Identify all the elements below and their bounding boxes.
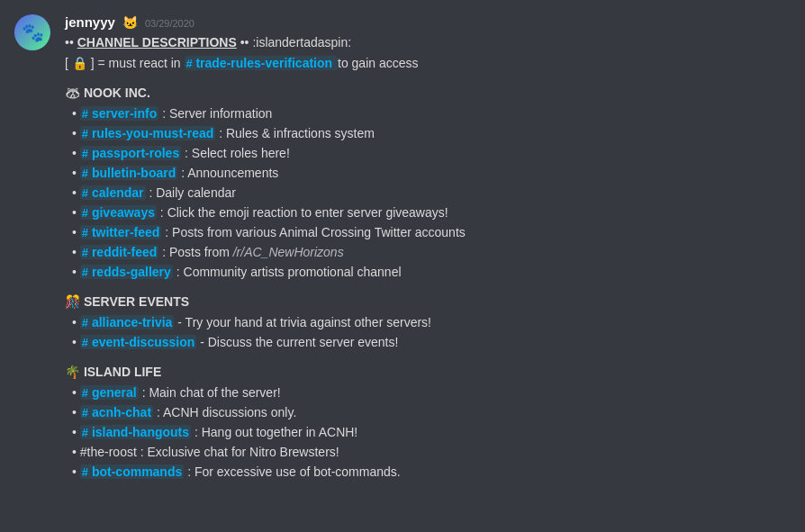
channel-island-hangouts[interactable]: # island-hangouts [80,425,191,439]
channel-redds-desc: : Community artists promotional channel [176,265,402,279]
channel-the-roost: #the-roost [80,445,137,459]
section-server-events-header: 🎊 SERVER EVENTS [65,293,791,311]
header-line: •• CHANNEL DESCRIPTIONS •• :islandertada… [65,33,791,52]
timestamp: 03/29/2020 [145,18,194,29]
section-nook-inc-header: 🦝 NOOK INC. [65,84,791,103]
server-events-channel-list: # alliance-trivia - Try your hand at tri… [65,313,791,352]
nook-inc-emoji: 🦝 [65,86,84,100]
list-item: #the-roost : Exclusive chat for Nitro Br… [65,443,791,462]
header-emoji: •• :islandertadaspin: [240,35,351,50]
list-item: # island-hangouts : Hang out together in… [65,423,791,442]
channel-acnh-chat[interactable]: # acnh-chat [80,405,153,419]
avatar: 🐾 [14,14,50,50]
list-item: # acnh-chat : ACNH discussions only. [65,403,791,422]
channel-alliance-trivia[interactable]: # alliance-trivia [80,315,175,329]
lock-bracket-close: ] [91,56,95,70]
channel-general[interactable]: # general [80,385,139,400]
server-events-emoji: 🎊 [65,294,84,309]
channel-reddit-desc: : Posts from /r/AC_NewHorizons [162,245,344,259]
channel-the-roost-desc: : Exclusive chat for Nitro Brewsters! [140,445,339,459]
channel-server-info[interactable]: # server-info [80,106,158,121]
channel-bulletin-desc: : Announcements [181,166,278,180]
island-life-channel-list: # general : Main chat of the server! # a… [65,383,791,482]
lock-bracket-open: [ [65,56,72,70]
channel-rules-desc: : Rules & infractions system [219,126,375,140]
list-item: # calendar : Daily calendar [65,184,791,203]
list-item: # server-info : Server information [65,104,791,123]
channel-acnh-desc: : ACNH discussions only. [157,405,296,419]
message-body: •• CHANNEL DESCRIPTIONS •• :islandertada… [65,33,791,482]
channel-alliance-desc: - Try your hand at trivia against other … [177,315,431,329]
channel-event-desc: - Discuss the current server events! [200,335,398,349]
channel-bulletin-board[interactable]: # bulletin-board [80,166,177,180]
channel-passport-roles[interactable]: # passport-roles [80,146,181,160]
channel-calendar[interactable]: # calendar [80,185,146,200]
lock-line: [ 🔒 ] = must react in # trade-rules-veri… [65,54,791,73]
lock-text: = must react in [97,56,184,70]
list-item: # bot-commands : For excessive use of bo… [65,463,791,482]
list-item: # passport-roles : Select roles here! [65,144,791,163]
channel-bot-commands-desc: : For excessive use of bot-commands. [187,464,401,479]
channel-twitter-feed[interactable]: # twitter-feed [80,225,162,239]
channel-twitter-desc: : Posts from various Animal Crossing Twi… [165,225,466,239]
list-item: # general : Main chat of the server! [65,383,791,402]
nook-inc-title: NOOK INC. [84,86,150,100]
list-item: # redds-gallery : Community artists prom… [65,263,791,282]
channel-general-desc: : Main chat of the server! [142,385,281,400]
user-badge: 🐱 [122,15,138,30]
channel-server-info-desc: : Server information [162,106,272,121]
island-life-title: ISLAND LIFE [84,365,161,379]
channel-rules-you-must-read[interactable]: # rules-you-must-read [80,126,215,140]
channel-event-discussion[interactable]: # event-discussion [80,335,197,349]
channel-giveaways[interactable]: # giveaways [80,205,157,220]
channel-redds-gallery[interactable]: # redds-gallery [80,265,173,279]
list-item: # rules-you-must-read : Rules & infracti… [65,124,791,143]
channel-calendar-desc: : Daily calendar [149,185,236,200]
island-life-emoji: 🌴 [65,365,84,379]
section-island-life-header: 🌴 ISLAND LIFE [65,363,791,382]
lock-emoji: 🔒 [72,56,87,70]
channel-island-hangouts-desc: : Hang out together in ACNH! [194,425,357,439]
bullet-dots: •• [65,35,77,50]
list-item: # twitter-feed : Posts from various Anim… [65,223,791,242]
message-header: jennyyy 🐱 03/29/2020 [65,14,791,30]
list-item: # bulletin-board : Announcements [65,164,791,183]
username: jennyyy [65,14,115,30]
channel-passport-desc: : Select roles here! [185,146,290,160]
channel-reddit-feed[interactable]: # reddit-feed [80,245,158,259]
channel-bot-commands[interactable]: # bot-commands [80,464,184,479]
message-container: 🐾 jennyyy 🐱 03/29/2020 •• CHANNEL DESCRI… [0,0,805,497]
list-item: # reddit-feed : Posts from /r/AC_NewHori… [65,243,791,262]
channel-descriptions-title: CHANNEL DESCRIPTIONS [77,35,237,50]
lock-suffix: to gain access [338,56,419,70]
lock-channel-name: trade-rules-verification [195,56,332,70]
list-item: # event-discussion - Discuss the current… [65,333,791,352]
server-events-title: SERVER EVENTS [84,294,189,309]
list-item: # alliance-trivia - Try your hand at tri… [65,313,791,332]
hash-icon: # [186,57,196,70]
lock-channel-link[interactable]: # trade-rules-verification [185,56,338,70]
channel-giveaways-desc: : Click the emoji reaction to enter serv… [160,205,448,220]
nook-inc-channel-list: # server-info : Server information # rul… [65,104,791,282]
list-item: # giveaways : Click the emoji reaction t… [65,203,791,222]
